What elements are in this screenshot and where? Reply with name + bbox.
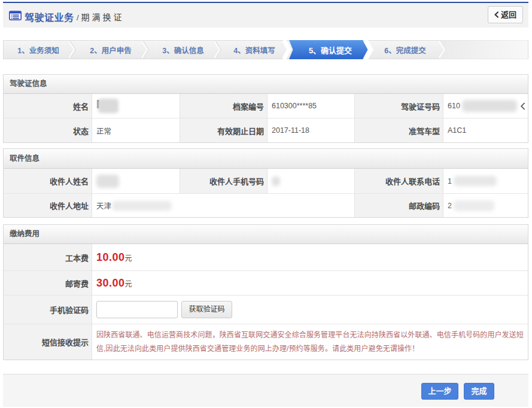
svg-text:3、确认信息: 3、确认信息	[162, 46, 204, 55]
svg-text:5、确认提交: 5、确认提交	[309, 46, 352, 55]
svg-text:6、完成提交: 6、完成提交	[384, 46, 426, 55]
svg-text:4、资料填写: 4、资料填写	[233, 46, 275, 55]
svg-text:1、业务须知: 1、业务须知	[17, 46, 59, 55]
svg-text:2、用户申告: 2、用户申告	[90, 46, 132, 55]
